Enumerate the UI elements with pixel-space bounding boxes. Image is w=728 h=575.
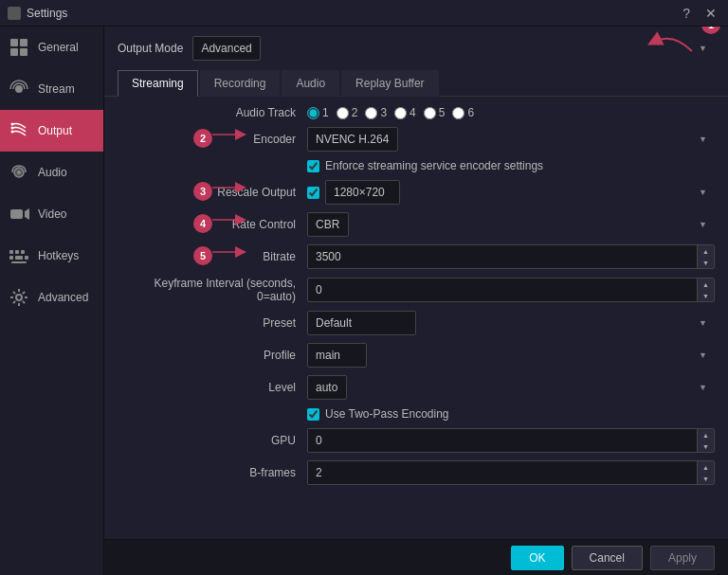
enforce-checkbox[interactable] [307, 160, 319, 172]
svg-rect-2 [10, 48, 18, 56]
profile-select-wrapper: main high baseline [307, 343, 715, 368]
audio-icon [8, 161, 30, 184]
bframes-decrement[interactable]: ▼ [698, 473, 714, 484]
bframes-increment[interactable]: ▲ [698, 461, 714, 473]
two-pass-row: Use Two-Pass Encoding [118, 407, 715, 421]
sidebar-label-hotkeys: Hotkeys [38, 249, 79, 262]
output-mode-row: Output Mode Advanced Simple 1 [104, 27, 728, 70]
annotation-badge-3: 3 [193, 182, 212, 201]
encoder-select[interactable]: NVENC H.264 [307, 127, 398, 152]
enforce-checkbox-item[interactable]: Enforce streaming service encoder settin… [307, 159, 543, 172]
output-mode-select[interactable]: Advanced Simple [192, 36, 261, 61]
rescale-select-wrapper: 1280×720 1920×1080 [325, 180, 715, 205]
profile-row: Profile main high baseline [118, 343, 715, 368]
keyframe-increment[interactable]: ▲ [698, 279, 714, 290]
hotkeys-icon [8, 244, 30, 267]
gpu-increment[interactable]: ▲ [698, 429, 714, 440]
keyframe-decrement[interactable]: ▼ [698, 290, 714, 301]
audio-track-row: Audio Track 1 2 3 [118, 106, 715, 119]
preset-select[interactable]: Default High Performance High Quality [307, 311, 416, 335]
sidebar-item-general[interactable]: General [0, 27, 103, 68]
keyframe-spinner: ▲ ▼ [307, 278, 715, 302]
rescale-row: 3 Rescale Output 1280×720 19 [118, 180, 715, 205]
settings-scroll-area: Audio Track 1 2 3 [104, 97, 728, 539]
bframes-row: B-frames ▲ ▼ [118, 460, 715, 485]
two-pass-checkbox-item[interactable]: Use Two-Pass Encoding [307, 407, 449, 421]
cancel-button[interactable]: Cancel [572, 546, 643, 570]
bitrate-row: 5 Bitrate ▲ ▼ [118, 244, 715, 269]
gpu-spinner-btns: ▲ ▼ [697, 429, 714, 452]
rate-control-label: Rate Control [118, 218, 307, 231]
svg-point-6 [11, 127, 14, 130]
stream-icon [8, 78, 30, 100]
gpu-decrement[interactable]: ▼ [698, 440, 714, 452]
sidebar-item-stream[interactable]: Stream [0, 68, 103, 110]
audio-track-radio-group: 1 2 3 4 5 [307, 106, 474, 119]
svg-rect-15 [9, 256, 13, 260]
keyframe-spinner-btns: ▲ ▼ [697, 279, 714, 301]
bframes-input[interactable] [308, 461, 697, 484]
svg-point-7 [11, 131, 14, 134]
svg-rect-14 [21, 250, 25, 254]
gpu-input[interactable] [308, 429, 697, 452]
sidebar-label-audio: Audio [38, 166, 67, 179]
apply-button[interactable]: Apply [650, 546, 715, 570]
svg-point-5 [11, 123, 14, 126]
level-row: Level auto 1 2 [118, 375, 715, 400]
output-icon [8, 119, 30, 142]
sidebar-item-output[interactable]: Output [0, 110, 103, 152]
radio-track-6[interactable]: 6 [452, 106, 474, 119]
rate-control-select[interactable]: CBR VBR ABR [307, 212, 349, 237]
rate-control-row: 4 Rate Control CBR VBR ABR [118, 212, 715, 237]
radio-track-2[interactable]: 2 [337, 106, 358, 119]
two-pass-checkbox[interactable] [307, 408, 319, 421]
gpu-label: GPU [118, 434, 307, 447]
advanced-icon [8, 286, 30, 309]
svg-rect-13 [15, 250, 19, 254]
sidebar-label-output: Output [38, 124, 72, 137]
sidebar-item-advanced[interactable]: Advanced [0, 277, 103, 318]
svg-point-19 [16, 295, 22, 300]
bitrate-decrement[interactable]: ▼ [698, 257, 714, 268]
keyframe-input[interactable] [308, 279, 697, 301]
rescale-select[interactable]: 1280×720 1920×1080 [325, 180, 400, 205]
svg-marker-11 [25, 208, 29, 220]
encoder-select-wrapper: NVENC H.264 [307, 127, 715, 152]
bottom-bar: OK Cancel Apply [104, 539, 728, 575]
preset-label: Preset [118, 316, 307, 330]
svg-point-9 [17, 171, 21, 174]
sidebar-item-audio[interactable]: Audio [0, 152, 103, 193]
rate-control-select-wrapper: CBR VBR ABR [307, 212, 715, 237]
bitrate-increment[interactable]: ▲ [698, 245, 714, 257]
bitrate-input[interactable] [308, 245, 697, 268]
bitrate-spinner: ▲ ▼ [307, 244, 715, 269]
help-button[interactable]: ? [679, 6, 694, 21]
two-pass-label: Use Two-Pass Encoding [325, 407, 449, 421]
close-button[interactable]: ✕ [701, 6, 720, 21]
sidebar-item-video[interactable]: Video [0, 193, 103, 235]
keyframe-label: Keyframe Interval (seconds, 0=auto) [118, 277, 307, 303]
bitrate-label: Bitrate [118, 250, 307, 263]
tab-audio[interactable]: Audio [282, 70, 339, 97]
ok-button[interactable]: OK [511, 546, 563, 570]
svg-rect-16 [15, 256, 23, 260]
svg-point-4 [15, 85, 23, 93]
level-select[interactable]: auto 1 2 [307, 375, 347, 400]
sidebar-item-hotkeys[interactable]: Hotkeys [0, 235, 103, 277]
tab-replay-buffer[interactable]: Replay Buffer [341, 70, 439, 97]
title-bar: Settings ? ✕ [0, 0, 728, 27]
radio-track-3[interactable]: 3 [365, 106, 387, 119]
radio-track-1[interactable]: 1 [307, 106, 329, 119]
radio-track-5[interactable]: 5 [424, 106, 446, 119]
tab-streaming[interactable]: Streaming [118, 70, 198, 97]
annotation-badge-1: 1 [701, 27, 720, 34]
sidebar-label-stream: Stream [38, 82, 75, 96]
sidebar-label-advanced: Advanced [38, 291, 88, 304]
rescale-checkbox[interactable] [307, 187, 319, 199]
svg-rect-0 [10, 39, 18, 46]
radio-track-4[interactable]: 4 [394, 106, 416, 119]
tab-recording[interactable]: Recording [200, 70, 281, 97]
profile-select[interactable]: main high baseline [307, 343, 367, 368]
gpu-spinner: ▲ ▼ [307, 428, 715, 453]
sidebar-label-general: General [38, 41, 79, 54]
